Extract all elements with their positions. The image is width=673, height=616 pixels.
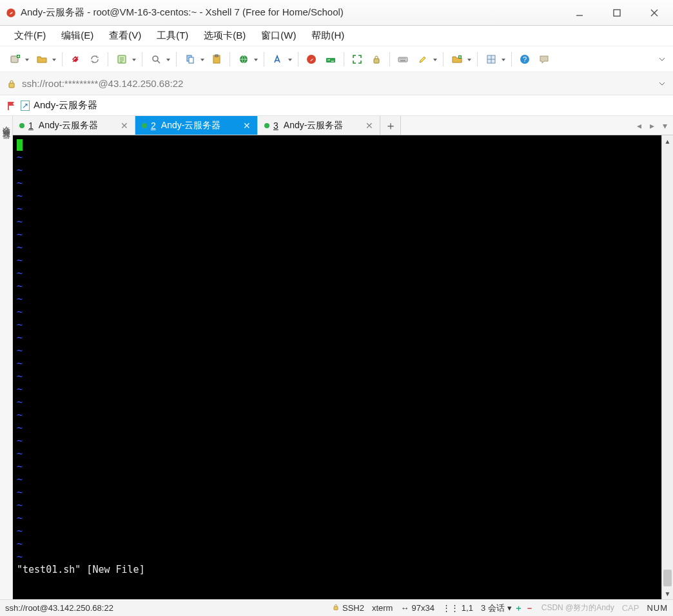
terminal-scrollbar[interactable]: ▲ ▼ (661, 135, 673, 599)
address-text: ssh://root:*********@43.142.250.68:22 (22, 78, 652, 89)
toolbar-separator (62, 52, 63, 66)
chat-button[interactable] (535, 50, 553, 68)
scroll-down-icon[interactable]: ▼ (662, 588, 673, 599)
window-titlebar: Andy-云服务器 - root@VM-16-3-centos:~ - Xshe… (0, 0, 673, 26)
lock-icon (6, 79, 17, 89)
highlight-button[interactable] (413, 50, 439, 68)
tab-nav: ◂ ▸ ▾ (633, 116, 673, 135)
disconnect-button[interactable] (66, 50, 84, 68)
font-button[interactable] (268, 50, 294, 68)
app-icon (5, 7, 17, 19)
session-manager-strip[interactable]: 会话管理器 (0, 116, 13, 599)
keyboard-button[interactable] (394, 50, 412, 68)
tab-next-button[interactable]: ▸ (646, 120, 658, 131)
size-icon: ↔ (400, 603, 409, 613)
watermark-text: CSDN @努力的Andy (541, 602, 614, 613)
xshell-button[interactable] (302, 50, 320, 68)
svg-rect-26 (334, 606, 338, 610)
tab-label: Andy-云服务器 (39, 120, 115, 131)
svg-rect-11 (189, 57, 193, 63)
toolbar-separator (229, 52, 230, 66)
tab-close-icon[interactable]: ✕ (119, 120, 130, 131)
status-term-type: xterm (372, 603, 393, 613)
window-title: Andy-云服务器 - root@VM-16-3-centos:~ - Xshe… (21, 6, 344, 19)
session-tab-1[interactable]: 1 Andy-云服务器 ✕ (13, 116, 135, 135)
status-protocol: SSH2 (332, 603, 364, 613)
new-session-button[interactable] (5, 50, 31, 68)
tab-number: 1 (28, 120, 34, 131)
status-num: NUM (647, 603, 668, 613)
properties-button[interactable] (112, 50, 138, 68)
address-bar[interactable]: ssh://root:*********@43.142.250.68:22 (0, 72, 673, 95)
fullscreen-button[interactable] (348, 50, 366, 68)
toolbar-separator (142, 52, 142, 66)
toolbar-separator (389, 52, 390, 66)
session-name-bar: ↗ Andy-云服务器 (0, 95, 673, 116)
find-button[interactable] (146, 50, 172, 68)
menu-file[interactable]: 文件(F) (6, 26, 54, 46)
status-bar: ssh://root@43.142.250.68:22 SSH2 xterm ↔… (0, 599, 673, 616)
svg-rect-13 (215, 55, 218, 57)
status-connection: ssh://root@43.142.250.68:22 (5, 603, 113, 613)
session-tab-3[interactable]: 3 Andy-云服务器 ✕ (258, 116, 380, 135)
close-button[interactable] (636, 0, 673, 26)
tab-bar: 1 Andy-云服务器 ✕ 2 Andy-云服务器 ✕ 3 Andy-云服务器 … (13, 116, 673, 135)
flag-icon[interactable] (6, 101, 17, 111)
status-sessions[interactable]: 3 会话 ▾ ＋ － (481, 602, 534, 614)
menu-edit[interactable]: 编辑(E) (54, 26, 101, 46)
scroll-thumb[interactable] (663, 570, 672, 586)
tab-prev-button[interactable]: ◂ (633, 120, 645, 131)
chevron-down-icon: ▾ (507, 603, 512, 613)
session-tab-2[interactable]: 2 Andy-云服务器 ✕ (135, 116, 258, 135)
menu-tools[interactable]: 工具(T) (149, 26, 196, 46)
help-button[interactable]: ? (516, 50, 534, 68)
scroll-up-icon[interactable]: ▲ (662, 135, 673, 147)
session-name: Andy-云服务器 (34, 99, 97, 111)
layout-button[interactable] (482, 50, 507, 68)
lock-icon (332, 603, 340, 613)
menu-tabs[interactable]: 选项卡(B) (196, 26, 253, 46)
menubar: 文件(F) 编辑(E) 查看(V) 工具(T) 选项卡(B) 窗口(W) 帮助(… (0, 26, 673, 46)
terminal-view[interactable]: ~ ~ ~ ~ ~ ~ ~ ~ ~ ~ ~ ~ ~ ~ ~ ~ ~ ~ ~ ~ … (13, 135, 661, 599)
status-dot (264, 123, 269, 128)
menu-window[interactable]: 窗口(W) (253, 26, 304, 46)
toolbar-separator (264, 52, 264, 66)
maximize-button[interactable] (598, 0, 636, 26)
toolbar-overflow[interactable] (656, 50, 668, 68)
svg-point-8 (153, 56, 158, 61)
plus-icon[interactable]: ＋ (514, 602, 523, 614)
new-folder-button[interactable] (447, 50, 473, 68)
svg-rect-2 (614, 10, 620, 16)
status-size: ↔ 97x34 (400, 603, 434, 613)
address-dropdown[interactable] (658, 81, 667, 87)
toolbar-separator (511, 52, 512, 66)
popout-icon[interactable]: ↗ (21, 101, 30, 111)
web-button[interactable] (234, 50, 260, 68)
paste-button[interactable] (208, 50, 226, 68)
new-tab-button[interactable]: ＋ (380, 116, 401, 135)
tab-number: 2 (151, 120, 156, 131)
status-dot (19, 123, 24, 128)
open-session-button[interactable] (32, 50, 58, 68)
tab-number: 3 (273, 120, 278, 131)
minus-icon[interactable]: － (525, 602, 534, 614)
status-dot (142, 123, 147, 128)
tab-close-icon[interactable]: ✕ (242, 120, 252, 131)
toolbar-separator (477, 52, 478, 66)
copy-button[interactable] (180, 50, 206, 68)
menu-view[interactable]: 查看(V) (101, 26, 149, 46)
xftp-button[interactable] (322, 50, 340, 68)
svg-line-9 (157, 61, 160, 63)
svg-text:?: ? (523, 55, 527, 63)
menu-help[interactable]: 帮助(H) (304, 26, 352, 46)
svg-rect-18 (398, 57, 407, 62)
pos-icon: ⋮⋮ (442, 603, 459, 613)
svg-rect-25 (9, 83, 14, 88)
lock-button[interactable] (367, 50, 385, 68)
reconnect-button[interactable] (86, 50, 104, 68)
toolbar-separator (344, 52, 344, 66)
tab-close-icon[interactable]: ✕ (364, 120, 375, 131)
tab-list-button[interactable]: ▾ (659, 120, 670, 131)
minimize-button[interactable] (561, 0, 598, 26)
toolbar-separator (298, 52, 298, 66)
